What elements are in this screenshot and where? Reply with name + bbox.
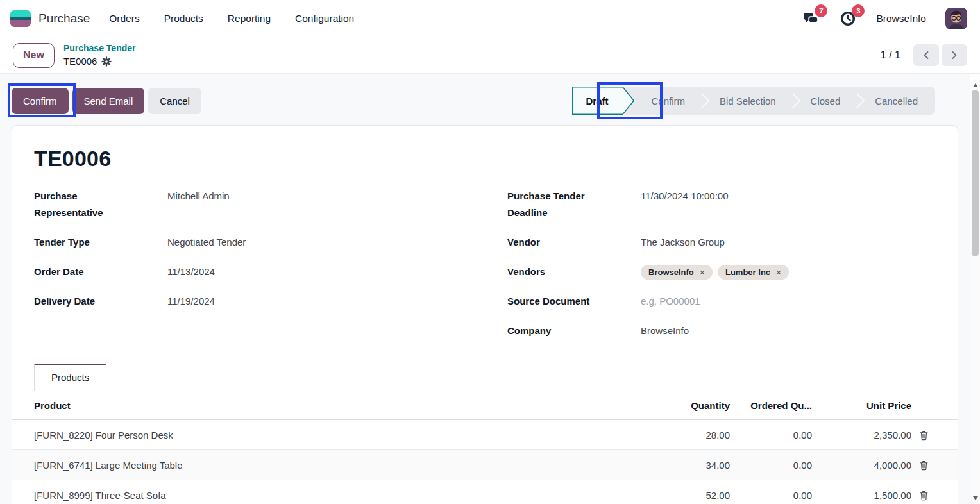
menu-orders[interactable]: Orders xyxy=(109,13,139,24)
field-order-date: Order Date 11/13/2024 xyxy=(34,264,462,293)
status-step-closed[interactable]: Closed xyxy=(793,87,858,115)
breadcrumb-current-record: TE0006 xyxy=(63,55,97,68)
unit-price-cell[interactable]: 1,500.00 xyxy=(812,480,911,504)
purchase-representative-value[interactable]: Mitchell Admin xyxy=(167,188,462,205)
product-cell[interactable]: [FURN_8999] Three-Seat Sofa xyxy=(12,480,634,504)
ordered-quantity-cell[interactable]: 0.00 xyxy=(730,450,812,480)
chevron-left-icon xyxy=(922,51,930,60)
send-email-button[interactable]: Send Email xyxy=(72,88,145,114)
field-label: Order Date xyxy=(34,264,142,280)
app-switcher[interactable]: Purchase xyxy=(9,7,90,30)
gear-icon[interactable] xyxy=(101,56,112,67)
quantity-cell[interactable]: 52.00 xyxy=(634,480,730,504)
quantity-cell[interactable]: 34.00 xyxy=(634,450,730,480)
field-delivery-date: Delivery Date 11/19/2024 xyxy=(34,293,462,323)
field-label: Delivery Date xyxy=(34,293,142,310)
field-label: Company xyxy=(507,323,615,339)
tender-type-value[interactable]: Negotiated Tender xyxy=(167,234,462,251)
product-cell[interactable]: [FURN_6741] Large Meeting Table xyxy=(12,450,634,480)
unit-price-cell[interactable]: 2,350.00 xyxy=(812,420,911,450)
field-tender-type: Tender Type Negotiated Tender xyxy=(34,234,462,264)
vendor-tag-label: BrowseInfo xyxy=(648,267,694,277)
status-pipeline: Draft Confirm Bid Selection Closed Cance… xyxy=(572,87,936,115)
table-row[interactable]: [FURN_6741] Large Meeting Table 34.00 0.… xyxy=(12,450,958,480)
notebook-tabs: Products xyxy=(12,364,958,391)
activities-button[interactable]: 3 xyxy=(839,10,857,28)
avatar[interactable] xyxy=(945,8,967,29)
record-title[interactable]: TE0006 xyxy=(12,126,958,188)
column-header-unit-price[interactable]: Unit Price xyxy=(812,391,911,420)
menu-configuration[interactable]: Configuration xyxy=(295,13,354,24)
delete-row-button[interactable] xyxy=(919,491,929,501)
column-header-quantity[interactable]: Quantity xyxy=(634,391,730,420)
status-step-label: Confirm xyxy=(652,96,686,106)
control-panel: New Purchase Tender TE0006 xyxy=(0,37,980,74)
quantity-cell[interactable]: 28.00 xyxy=(634,420,730,450)
ordered-quantity-cell[interactable]: 0.00 xyxy=(730,420,812,450)
products-table-header: Product Quantity Ordered Qu... Unit Pric… xyxy=(12,391,958,420)
breadcrumb-purchase-tender[interactable]: Purchase Tender xyxy=(63,42,136,55)
scrollbar-thumb[interactable] xyxy=(972,90,979,256)
chevron-right-icon xyxy=(950,51,958,60)
field-source-document: Source Document e.g. PO00001 xyxy=(507,293,936,323)
company-value[interactable]: BrowseInfo xyxy=(641,323,936,339)
pager-next-button[interactable] xyxy=(942,44,967,66)
column-header-product[interactable]: Product xyxy=(12,391,634,420)
ordered-quantity-cell[interactable]: 0.00 xyxy=(730,480,812,504)
trash-icon xyxy=(919,491,929,501)
messages-button[interactable]: 7 xyxy=(802,10,820,28)
trash-icon xyxy=(919,430,929,441)
order-date-value[interactable]: 11/13/2024 xyxy=(167,264,462,280)
products-table: Product Quantity Ordered Qu... Unit Pric… xyxy=(12,391,958,504)
table-row[interactable]: [FURN_8220] Four Person Desk 28.00 0.00 … xyxy=(12,420,958,450)
field-tender-deadline: Purchase Tender Deadline 11/30/2024 10:0… xyxy=(507,188,936,234)
vendor-tag[interactable]: Lumber Inc × xyxy=(718,265,789,280)
status-step-label: Draft xyxy=(586,96,609,106)
top-navbar: Purchase Orders Products Reporting Confi… xyxy=(0,0,980,37)
new-button[interactable]: New xyxy=(13,43,55,68)
field-purchase-representative: Purchase Representative Mitchell Admin xyxy=(34,188,462,234)
trash-icon xyxy=(919,460,929,471)
tender-deadline-value[interactable]: 11/30/2024 10:00:00 xyxy=(641,188,936,205)
fields-right-column: Purchase Tender Deadline 11/30/2024 10:0… xyxy=(507,188,936,352)
status-step-draft[interactable]: Draft xyxy=(572,87,634,115)
field-label: Purchase Representative xyxy=(34,188,142,221)
unit-price-cell[interactable]: 4,000.00 xyxy=(812,450,911,480)
status-step-cancelled[interactable]: Cancelled xyxy=(858,87,935,115)
tag-remove-icon[interactable]: × xyxy=(700,268,705,277)
menu-products[interactable]: Products xyxy=(164,13,203,24)
field-vendor: Vendor The Jackson Group xyxy=(507,234,936,264)
vendor-value[interactable]: The Jackson Group xyxy=(641,234,936,251)
scroll-down-arrow-icon[interactable] xyxy=(973,496,978,500)
scroll-up-arrow-icon[interactable] xyxy=(973,83,978,87)
form-view-container: Confirm Send Email Cancel Draft Confirm … xyxy=(0,74,970,504)
tab-products[interactable]: Products xyxy=(34,364,106,391)
vertical-scrollbar[interactable] xyxy=(970,80,980,504)
pager-counter: 1 / 1 xyxy=(881,49,900,61)
cancel-button[interactable]: Cancel xyxy=(148,88,201,114)
delivery-date-value[interactable]: 11/19/2024 xyxy=(167,293,462,310)
pager-previous-button[interactable] xyxy=(913,44,939,66)
status-step-bid-selection[interactable]: Bid Selection xyxy=(702,87,793,115)
product-cell[interactable]: [FURN_8220] Four Person Desk xyxy=(12,420,634,450)
status-step-confirm[interactable]: Confirm xyxy=(634,87,703,115)
column-header-ordered-quantity[interactable]: Ordered Qu... xyxy=(730,391,812,420)
tag-remove-icon[interactable]: × xyxy=(776,268,781,277)
vendor-tag[interactable]: BrowseInfo × xyxy=(641,265,713,280)
status-step-label: Closed xyxy=(811,96,841,106)
confirm-button[interactable]: Confirm xyxy=(12,88,69,114)
delete-row-button[interactable] xyxy=(919,460,929,471)
action-buttons: Confirm Send Email Cancel xyxy=(12,88,201,114)
source-document-input[interactable]: e.g. PO00001 xyxy=(641,293,936,310)
user-menu-label[interactable]: BrowseInfo xyxy=(876,13,926,24)
field-label: Source Document xyxy=(507,293,615,310)
navbar-systray: 7 3 BrowseInfo xyxy=(802,8,967,29)
delete-row-button[interactable] xyxy=(919,430,929,441)
vendors-tag-list[interactable]: BrowseInfo × Lumber Inc × xyxy=(641,265,936,280)
table-row[interactable]: [FURN_8999] Three-Seat Sofa 52.00 0.00 1… xyxy=(12,480,958,504)
statusbar-row: Confirm Send Email Cancel Draft Confirm … xyxy=(0,74,970,125)
breadcrumb: Purchase Tender TE0006 xyxy=(63,42,136,69)
menu-reporting[interactable]: Reporting xyxy=(228,13,271,24)
fields-left-column: Purchase Representative Mitchell Admin T… xyxy=(34,188,462,352)
messages-badge: 7 xyxy=(815,4,827,17)
